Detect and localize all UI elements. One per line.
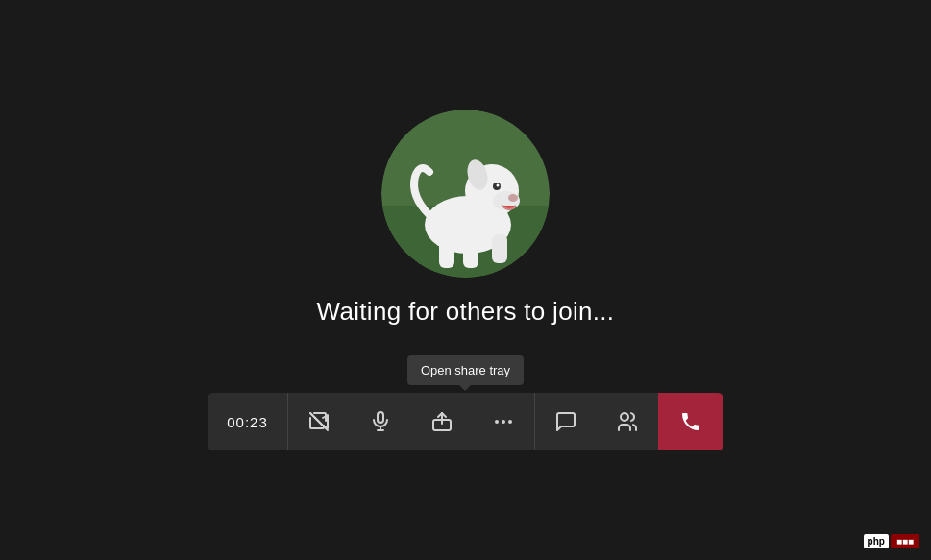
share-tray-tooltip: Open share tray	[407, 355, 524, 385]
svg-point-22	[621, 413, 628, 421]
camera-off-icon	[307, 410, 331, 433]
end-call-button[interactable]	[658, 393, 723, 450]
avatar	[381, 110, 550, 278]
more-options-button[interactable]	[473, 393, 534, 450]
svg-rect-12	[492, 234, 507, 263]
svg-rect-14	[378, 412, 383, 423]
more-dots-icon	[492, 410, 515, 433]
chat-button[interactable]	[535, 393, 597, 450]
share-tray-button[interactable]	[411, 393, 473, 450]
people-icon	[616, 410, 639, 433]
people-button[interactable]	[597, 393, 658, 450]
share-upload-icon	[430, 410, 453, 433]
watermark-php-text: php	[864, 534, 889, 548]
svg-rect-10	[439, 234, 454, 268]
svg-rect-11	[463, 234, 478, 268]
watermark-bar-text: ■■■	[891, 534, 919, 548]
svg-point-19	[495, 420, 499, 424]
svg-point-6	[508, 194, 518, 202]
watermark: php ■■■	[864, 534, 919, 548]
mic-icon	[369, 410, 392, 433]
svg-point-21	[508, 420, 512, 424]
camera-toggle-button[interactable]	[288, 393, 350, 450]
chat-icon	[554, 410, 577, 433]
svg-point-8	[496, 184, 499, 187]
svg-point-20	[502, 420, 505, 424]
controls-bar: 00:23	[208, 393, 723, 450]
end-call-icon	[679, 410, 702, 433]
mic-toggle-button[interactable]	[350, 393, 411, 450]
controls-section: Open share tray 00:23	[208, 355, 723, 450]
waiting-text: Waiting for others to join...	[317, 297, 615, 327]
call-timer: 00:23	[208, 414, 287, 430]
